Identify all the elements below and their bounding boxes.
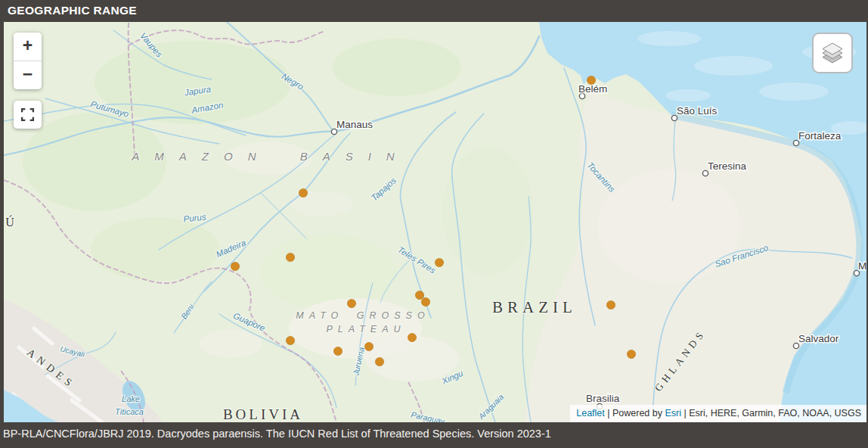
occurrence-point <box>333 347 342 355</box>
occurrence-point <box>286 253 294 261</box>
occurrence-point <box>421 297 429 306</box>
attribution-providers: | Esri, HERE, Garmin, FAO, NOAA, USGS <box>681 408 861 418</box>
river-label: Lake <box>122 394 140 403</box>
leaflet-map[interactable]: VaupesJapuraAmazonNegroPutumayoPurusMade… <box>4 22 866 422</box>
city-label: Fortaleza <box>798 130 842 142</box>
occurrence-point <box>375 357 383 366</box>
region-label: BOLIVIA <box>223 406 303 422</box>
esri-link[interactable]: Esri <box>665 408 681 418</box>
zoom-in-button[interactable]: + <box>14 33 42 61</box>
page-title: GEOGRAPHIC RANGE <box>0 0 868 21</box>
city-label: Belém <box>578 83 607 95</box>
zoom-control: + − <box>14 33 42 89</box>
city-label: São Luís <box>677 105 718 117</box>
panel-footer: BP-RLA/CNCFlora/JBRJ 2019. Dacryodes par… <box>0 422 868 448</box>
region-label: Ú <box>5 215 14 229</box>
city-label: Brasilia <box>586 393 620 404</box>
occurrence-point <box>415 291 423 299</box>
occurrence-point <box>627 350 635 358</box>
leaflet-link[interactable]: Leaflet <box>576 408 605 418</box>
screenshot-root: { "header": { "title": "GEOGRAPHIC RANGE… <box>0 0 868 448</box>
layers-button[interactable] <box>812 33 853 73</box>
occurrence-point <box>364 342 373 350</box>
city-label: Manaus <box>336 119 373 130</box>
occurrence-point <box>299 188 307 197</box>
fullscreen-expand-icon <box>20 107 35 122</box>
occurrence-point <box>408 333 416 341</box>
occurrence-point <box>606 300 615 309</box>
zoom-out-button[interactable]: − <box>14 61 42 89</box>
region-label: BRAZIL <box>492 298 577 316</box>
region-label: MATO GROSSO <box>296 310 429 321</box>
attribution-powered-by: | Powered by <box>605 408 665 418</box>
occurrence-point <box>347 299 355 307</box>
region-label: PLATEAU <box>326 324 405 334</box>
map-attribution: Leaflet | Powered by Esri | Esri, HERE, … <box>570 405 866 422</box>
occurrence-point <box>587 76 595 84</box>
city-label: Teresina <box>708 160 747 172</box>
occurrence-point <box>286 336 294 344</box>
occurrence-point <box>231 262 239 270</box>
city-label: Salvador <box>798 333 839 344</box>
citation-text: BP-RLA/CNCFlora/JBRJ 2019. Dacryodes par… <box>0 422 868 445</box>
city-label: M <box>858 260 866 272</box>
panel-header: GEOGRAPHIC RANGE <box>0 0 868 21</box>
fullscreen-button[interactable] <box>14 101 42 129</box>
river-label: Titicaca <box>115 407 144 416</box>
region-label: AMAZON BASIN <box>131 150 409 163</box>
layers-icon <box>820 40 845 66</box>
occurrence-point <box>435 258 443 266</box>
map-canvas: VaupesJapuraAmazonNegroPutumayoPurusMade… <box>4 22 866 422</box>
